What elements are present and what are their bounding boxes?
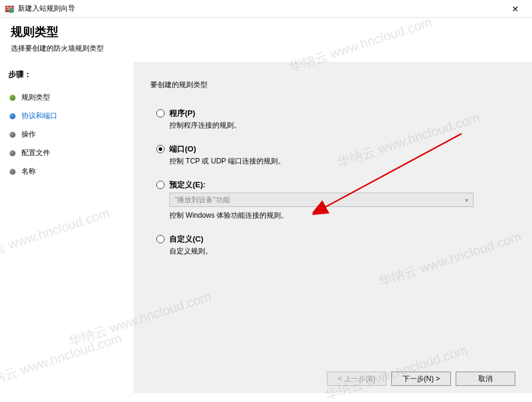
main-panel: 要创建的规则类型 程序(P)控制程序连接的规则。端口(O)控制 TCP 或 UD… — [134, 62, 532, 393]
step-label: 配置文件 — [21, 148, 50, 158]
rule-type-option-2: 预定义(E):"播放到设备"功能▾控制 Windows 体验功能连接的规则。 — [156, 180, 515, 221]
next-button[interactable]: 下一步(N) > — [391, 372, 451, 386]
svg-point-6 — [9, 8, 14, 13]
predefined-dropdown[interactable]: "播放到设备"功能▾ — [169, 193, 474, 207]
step-dot-icon — [10, 150, 16, 156]
radio-description: 控制 Windows 体验功能连接的规则。 — [169, 211, 515, 221]
radio-row[interactable]: 端口(O) — [156, 144, 515, 154]
radio-button[interactable] — [156, 145, 165, 153]
radio-label: 程序(P) — [169, 108, 195, 119]
cancel-button[interactable]: 取消 — [456, 372, 515, 386]
radio-description: 自定义规则。 — [169, 246, 515, 256]
radio-row[interactable]: 预定义(E): — [156, 180, 515, 190]
step-dot-icon — [10, 169, 16, 175]
radio-row[interactable]: 自定义(C) — [156, 234, 515, 245]
rule-type-heading: 要创建的规则类型 — [150, 80, 515, 90]
radio-description: 控制程序连接的规则。 — [169, 120, 515, 131]
rule-type-option-1: 端口(O)控制 TCP 或 UDP 端口连接的规则。 — [156, 144, 515, 166]
radio-button[interactable] — [156, 235, 165, 243]
step-item-1[interactable]: 协议和端口 — [6, 107, 128, 125]
rule-type-option-3: 自定义(C)自定义规则。 — [156, 234, 515, 256]
window-title: 新建入站规则向导 — [18, 4, 503, 14]
steps-heading: 步骤： — [6, 69, 128, 80]
page-title: 规则类型 — [11, 24, 521, 40]
wizard-footer: < 上一步(B) 下一步(N) > 取消 — [150, 364, 515, 386]
step-item-3[interactable]: 配置文件 — [6, 144, 128, 162]
radio-label: 端口(O) — [169, 144, 196, 154]
close-button[interactable]: ✕ — [503, 1, 527, 17]
step-label: 操作 — [21, 129, 36, 140]
close-icon: ✕ — [512, 4, 519, 14]
step-dot-icon — [10, 95, 16, 101]
step-label: 名称 — [21, 166, 36, 177]
chevron-down-icon: ▾ — [465, 197, 468, 203]
back-button[interactable]: < 上一步(B) — [327, 372, 386, 386]
steps-sidebar: 步骤： 规则类型协议和端口操作配置文件名称 — [0, 62, 134, 393]
radio-label: 预定义(E): — [169, 180, 206, 190]
rule-type-option-0: 程序(P)控制程序连接的规则。 — [156, 108, 515, 131]
firewall-icon — [5, 4, 14, 14]
step-dot-icon — [10, 113, 16, 119]
radio-description: 控制 TCP 或 UDP 端口连接的规则。 — [169, 156, 515, 166]
radio-row[interactable]: 程序(P) — [156, 108, 515, 119]
step-item-4[interactable]: 名称 — [6, 162, 128, 181]
dropdown-value: "播放到设备"功能 — [175, 195, 230, 205]
radio-button[interactable] — [156, 181, 165, 189]
wizard-header: 规则类型 选择要创建的防火墙规则类型 — [0, 18, 532, 62]
step-dot-icon — [10, 132, 16, 138]
page-subtitle: 选择要创建的防火墙规则类型 — [11, 44, 521, 54]
step-label: 协议和端口 — [21, 111, 57, 121]
wizard-body: 步骤： 规则类型协议和端口操作配置文件名称 要创建的规则类型 程序(P)控制程序… — [0, 62, 532, 393]
step-item-2[interactable]: 操作 — [6, 125, 128, 144]
radio-button[interactable] — [156, 109, 165, 117]
radio-label: 自定义(C) — [169, 234, 203, 245]
step-item-0[interactable]: 规则类型 — [6, 88, 128, 107]
step-label: 规则类型 — [21, 92, 50, 103]
titlebar: 新建入站规则向导 ✕ — [0, 0, 532, 18]
